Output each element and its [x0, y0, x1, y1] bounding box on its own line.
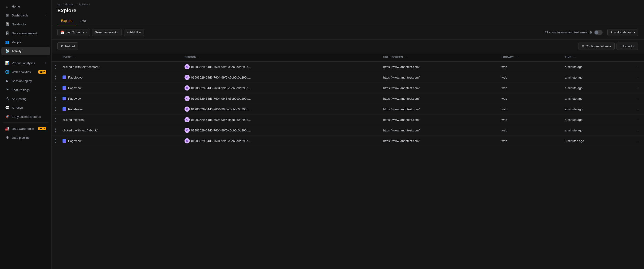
sidebar-item-people[interactable]: 👥 People — [2, 38, 50, 46]
session-replay-icon: ▶ — [5, 79, 10, 83]
sidebar-item-feature-flags[interactable]: ⚑ Feature flags — [2, 86, 50, 94]
configure-columns-button[interactable]: ⊟ Configure columns — [578, 42, 614, 50]
table-row[interactable]: ▲▼PageleaveO01903629-64d6-7604-99f6-c5cb… — [52, 104, 644, 114]
event-name: clicked p with text "about." — [62, 128, 98, 132]
person-id: 01903629-64d6-7604-99f6-c5cb0c0d290d... — [191, 97, 251, 100]
row-menu-button[interactable]: ··· — [635, 117, 641, 122]
sidebar-divider-2 — [3, 122, 49, 123]
sidebar-item-label: Web analytics — [12, 70, 36, 74]
row-expand-btn[interactable]: ▲▼ — [54, 64, 57, 70]
filter-toggle: Filter out internal and test users ⚙ — [544, 30, 603, 35]
event-type-icon — [62, 139, 66, 143]
url-col-menu[interactable]: ··· — [404, 55, 407, 59]
time-range-label: Last 24 hours — [66, 30, 84, 34]
data-management-icon: 🗄 — [5, 31, 10, 35]
activity-icon: 📡 — [5, 49, 10, 53]
row-expand-btn[interactable]: ▲▼ — [54, 96, 57, 101]
sidebar-item-dashboards[interactable]: ⊞ Dashboards › — [2, 11, 50, 20]
row-expand-btn[interactable]: ▲▼ — [54, 74, 57, 80]
sidebar-item-data-warehouse[interactable]: 🏭 Data warehouse BETA — [2, 124, 50, 133]
table-row[interactable]: ▲▼PageviewO01903629-64d6-7604-99f6-c5cb0… — [52, 93, 644, 104]
row-expand-btn[interactable]: ▲▼ — [54, 128, 57, 133]
sidebar-item-home[interactable]: ⌂ Home — [2, 2, 50, 10]
sidebar: ⌂ Home ⊞ Dashboards › 📓 Notebooks 🗄 Data… — [0, 0, 52, 269]
beta-badge: BETA — [38, 70, 46, 74]
row-expand-btn[interactable]: ▲▼ — [54, 117, 57, 122]
data-warehouse-icon: 🏭 — [5, 126, 10, 131]
row-menu-button[interactable]: ··· — [635, 85, 641, 91]
table-row[interactable]: ▲▼PageviewO01903629-64d6-7604-99f6-c5cb0… — [52, 136, 644, 146]
sidebar-item-label: People — [12, 40, 46, 44]
th-library-label: LIBRARY — [502, 56, 514, 58]
event-library: web — [499, 72, 562, 83]
row-menu-button[interactable]: ··· — [635, 96, 641, 101]
table-row[interactable]: ▲▼PageleaveO01903629-64d6-7604-99f6-c5cb… — [52, 72, 644, 83]
add-filter-button[interactable]: + Add filter — [124, 29, 144, 36]
event-name: clicked p with text "contact." — [62, 65, 100, 69]
row-expand-btn[interactable]: ▲▼ — [54, 85, 57, 91]
export-button[interactable]: ↓ Export ▾ — [616, 42, 638, 50]
tab-live[interactable]: Live — [76, 16, 90, 26]
sidebar-item-ab-testing[interactable]: ⚗ A/B testing — [2, 94, 50, 103]
sidebar-item-activity[interactable]: 📡 Activity — [2, 47, 50, 55]
sidebar-item-notebooks[interactable]: 📓 Notebooks — [2, 20, 50, 28]
library-col-menu[interactable]: ··· — [515, 55, 518, 59]
sidebar-item-surveys[interactable]: 💬 Surveys — [2, 104, 50, 112]
sidebar-item-early-access[interactable]: 🚀 Early access features — [2, 112, 50, 121]
web-analytics-icon: 🌐 — [5, 70, 10, 74]
breadcrumb: Ian / Howdy › / Activity / — [52, 0, 644, 7]
time-range-button[interactable]: 📅 Last 24 hours ▾ — [57, 29, 90, 36]
sidebar-item-label: Feature flags — [12, 88, 46, 92]
table-row[interactable]: ▲▼clicked p with text "about."O01903629-… — [52, 125, 644, 136]
gear-icon[interactable]: ⚙ — [589, 30, 592, 34]
event-library: web — [499, 83, 562, 93]
posthog-default-dropdown[interactable]: PostHog default ▾ — [607, 29, 638, 36]
reload-label: Reload — [65, 44, 75, 48]
breadcrumb-ian[interactable]: Ian — [57, 3, 61, 6]
row-expand-btn[interactable]: ▲▼ — [54, 106, 57, 112]
breadcrumb-howdy[interactable]: Howdy › — [65, 3, 75, 6]
row-menu-button[interactable]: ··· — [635, 64, 641, 70]
row-menu-button[interactable]: ··· — [635, 106, 641, 112]
breadcrumb-activity[interactable]: Activity — [79, 3, 88, 6]
event-time: a minute ago — [562, 83, 632, 93]
row-menu-button[interactable]: ··· — [635, 128, 641, 133]
th-actions — [632, 53, 644, 62]
page-title: Explore — [52, 7, 644, 16]
add-icon[interactable]: + — [44, 61, 46, 65]
row-menu-button[interactable]: ··· — [635, 75, 641, 80]
reload-button[interactable]: ↺ Reload — [57, 42, 78, 50]
person-id: 01903629-64d6-7604-99f6-c5cb0c0d290d... — [191, 139, 251, 143]
event-name: Pageview — [68, 97, 81, 100]
event-type-icon — [62, 107, 66, 111]
table-row[interactable]: ▲▼clicked textareaO01903629-64d6-7604-99… — [52, 114, 644, 125]
sidebar-item-label: Data pipeline — [12, 136, 46, 140]
row-expand-btn[interactable]: ▲▼ — [54, 138, 57, 144]
table-row[interactable]: ▲▼PageviewO01903629-64d6-7604-99f6-c5cb0… — [52, 83, 644, 93]
home-icon: ⌂ — [5, 4, 10, 8]
event-library: web — [499, 136, 562, 146]
tab-explore[interactable]: Explore — [57, 16, 76, 26]
sidebar-item-data-management[interactable]: 🗄 Data management — [2, 29, 50, 38]
feature-flags-icon: ⚑ — [5, 88, 10, 92]
table-row[interactable]: ▲▼clicked p with text "contact."O0190362… — [52, 62, 644, 72]
sidebar-item-data-pipeline[interactable]: ⚙ Data pipeline — [2, 133, 50, 142]
event-col-menu[interactable]: ··· — [73, 55, 76, 59]
time-col-menu[interactable]: ··· — [573, 55, 576, 59]
filter-toggle-switch[interactable] — [594, 30, 603, 35]
event-url: https://www.ianphtest.com/ — [380, 114, 498, 125]
filter-label: Filter out internal and test users — [544, 30, 587, 34]
person-col-menu[interactable]: ··· — [198, 55, 201, 59]
sidebar-item-session-replay[interactable]: ▶ Session replay — [2, 77, 50, 85]
row-menu-button[interactable]: ··· — [635, 138, 641, 144]
th-event-label: EVENT — [62, 56, 72, 58]
select-event-button[interactable]: Select an event ▾ — [92, 29, 122, 36]
product-analytics-icon: 📊 — [5, 61, 10, 65]
th-time: TIME ··· — [562, 53, 632, 62]
sidebar-item-product-analytics[interactable]: 📊 Product analytics + — [2, 59, 50, 67]
person-avatar: O — [184, 138, 190, 144]
person-avatar: O — [184, 106, 190, 112]
event-name: Pageleave — [68, 108, 82, 111]
sidebar-item-label: Surveys — [12, 106, 46, 110]
sidebar-item-web-analytics[interactable]: 🌐 Web analytics BETA — [2, 68, 50, 76]
